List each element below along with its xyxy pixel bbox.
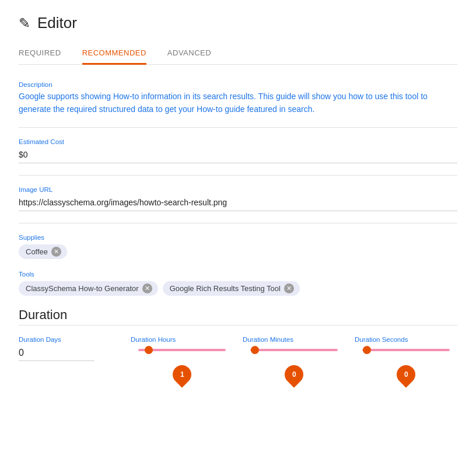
edit-icon: ✎	[19, 15, 30, 32]
chip-classyschema-label: ClassySchema How-to Generator	[26, 284, 139, 293]
chip-google-rich: Google Rich Results Testing Tool ✕	[163, 281, 300, 296]
image-url-group: Image URL	[19, 186, 457, 211]
supplies-chips: Coffee ✕	[19, 244, 457, 259]
estimated-cost-label: Estimated Cost	[19, 138, 457, 145]
duration-hours-field: Duration Hours 1	[131, 336, 233, 384]
duration-seconds-label: Duration Seconds	[355, 336, 408, 343]
supplies-label: Supplies	[19, 234, 457, 241]
estimated-cost-input[interactable]	[19, 148, 457, 163]
duration-minutes-thumb	[251, 346, 259, 354]
duration-seconds-value: 0	[404, 370, 408, 379]
divider-1	[19, 127, 457, 128]
description-text: Google supports showing How-to informati…	[19, 90, 457, 116]
estimated-cost-group: Estimated Cost	[19, 138, 457, 163]
tab-recommended[interactable]: RECOMMENDED	[82, 48, 146, 65]
duration-hours-slider[interactable]: 1	[131, 346, 233, 384]
description-label: Description	[19, 81, 457, 88]
chip-google-rich-label: Google Rich Results Testing Tool	[170, 284, 281, 293]
page-title: Editor	[37, 14, 77, 32]
tools-label: Tools	[19, 271, 457, 278]
divider-3	[19, 223, 457, 223]
tools-group: Tools ClassySchema How-to Generator ✕ Go…	[19, 271, 457, 296]
tab-advanced[interactable]: ADVANCED	[167, 48, 211, 65]
duration-minutes-value: 0	[292, 370, 296, 379]
chip-coffee-remove[interactable]: ✕	[51, 247, 61, 257]
duration-days-label: Duration Days	[19, 336, 61, 343]
duration-hours-label: Duration Hours	[131, 336, 176, 343]
image-url-input[interactable]	[19, 195, 457, 211]
duration-minutes-badge: 0	[281, 362, 307, 388]
image-url-label: Image URL	[19, 186, 457, 193]
tools-chips: ClassySchema How-to Generator ✕ Google R…	[19, 281, 457, 296]
chip-google-rich-remove[interactable]: ✕	[284, 284, 294, 293]
duration-minutes-field: Duration Minutes 0	[243, 336, 345, 384]
duration-hours-badge: 1	[169, 362, 195, 388]
duration-grid: Duration Days Duration Hours 1 Duration …	[19, 336, 457, 384]
chip-coffee: Coffee ✕	[19, 244, 67, 259]
duration-minutes-label: Duration Minutes	[243, 336, 293, 343]
divider-2	[19, 175, 457, 176]
duration-days-field: Duration Days	[19, 336, 121, 361]
duration-seconds-field: Duration Seconds 0	[355, 336, 457, 384]
duration-minutes-slider[interactable]: 0	[243, 346, 345, 384]
tab-bar: REQUIRED RECOMMENDED ADVANCED	[19, 48, 457, 65]
duration-heading: Duration	[19, 307, 457, 323]
duration-minutes-track	[250, 349, 338, 351]
duration-hours-value: 1	[180, 370, 184, 379]
duration-seconds-track	[362, 349, 450, 351]
duration-divider	[19, 325, 457, 326]
duration-seconds-slider[interactable]: 0	[355, 346, 457, 384]
duration-hours-thumb	[145, 346, 153, 354]
duration-seconds-thumb	[363, 346, 371, 354]
duration-seconds-badge: 0	[393, 362, 419, 388]
duration-days-input[interactable]	[19, 346, 94, 361]
description-group: Description Google supports showing How-…	[19, 81, 457, 116]
tab-required[interactable]: REQUIRED	[19, 48, 61, 65]
supplies-group: Supplies Coffee ✕	[19, 234, 457, 259]
duration-hours-track	[138, 349, 226, 351]
page-header: ✎ Editor	[19, 14, 457, 32]
chip-classyschema-remove[interactable]: ✕	[142, 284, 152, 293]
chip-coffee-label: Coffee	[26, 247, 48, 256]
chip-classyschema: ClassySchema How-to Generator ✕	[19, 281, 158, 296]
